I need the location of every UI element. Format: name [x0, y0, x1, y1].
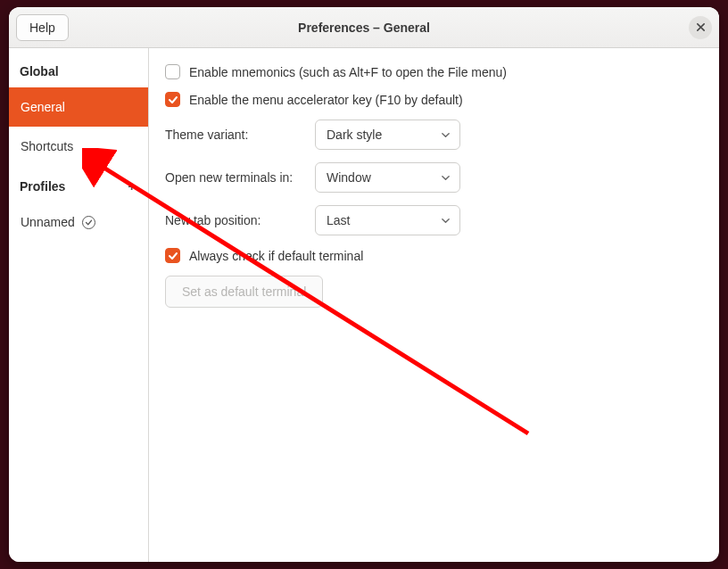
default-profile-icon: [82, 216, 95, 229]
content-pane: Enable mnemonics (such as Alt+F to open …: [149, 48, 719, 562]
mnemonics-checkbox[interactable]: [165, 64, 180, 79]
row-default-check: Always check if default terminal: [165, 248, 703, 263]
sidebar: Global General Shortcuts Profiles + Unna…: [9, 48, 149, 562]
row-accelerator: Enable the menu accelerator key (F10 by …: [165, 92, 703, 107]
sidebar-global-label: Global: [20, 64, 59, 78]
tabpos-value: Last: [327, 213, 350, 227]
check-icon: [168, 95, 178, 105]
chevron-down-icon: [441, 173, 451, 183]
mnemonics-label[interactable]: Enable mnemonics (such as Alt+F to open …: [189, 65, 507, 79]
help-button[interactable]: Help: [16, 14, 69, 41]
sidebar-item-label: Unnamed: [21, 215, 75, 229]
row-tab-position: New tab position: Last: [165, 205, 703, 235]
theme-value: Dark style: [327, 128, 382, 142]
chevron-down-icon: [441, 216, 451, 226]
set-default-terminal-button: Set as default terminal: [165, 276, 323, 308]
row-theme: Theme variant: Dark style: [165, 120, 703, 150]
sidebar-item-profile-unnamed[interactable]: Unnamed: [9, 202, 148, 242]
accelerator-label[interactable]: Enable the menu accelerator key (F10 by …: [189, 93, 463, 107]
tabpos-combo[interactable]: Last: [315, 205, 460, 235]
window-title: Preferences – General: [9, 21, 719, 35]
default-check-label[interactable]: Always check if default terminal: [189, 249, 363, 263]
body: Global General Shortcuts Profiles + Unna…: [9, 48, 719, 562]
sidebar-header-global: Global: [9, 52, 148, 87]
default-check-checkbox[interactable]: [165, 248, 180, 263]
row-open-in: Open new terminals in: Window: [165, 162, 703, 193]
sidebar-item-general[interactable]: General: [9, 87, 148, 127]
row-mnemonics: Enable mnemonics (such as Alt+F to open …: [165, 64, 703, 79]
accelerator-checkbox[interactable]: [165, 92, 180, 107]
tabpos-label: New tab position:: [165, 213, 306, 227]
sidebar-item-shortcuts[interactable]: Shortcuts: [9, 127, 148, 166]
add-profile-icon[interactable]: +: [126, 178, 137, 194]
check-icon: [168, 251, 178, 261]
titlebar: Help Preferences – General: [9, 7, 719, 48]
sidebar-item-label: General: [21, 100, 65, 114]
open-combo[interactable]: Window: [315, 162, 460, 193]
chevron-down-icon: [441, 130, 451, 140]
sidebar-item-label: Shortcuts: [21, 139, 73, 153]
close-button[interactable]: [689, 16, 712, 39]
open-value: Window: [327, 170, 371, 185]
sidebar-header-profiles: Profiles +: [9, 166, 148, 202]
row-default-button: Set as default terminal: [165, 276, 703, 308]
open-label: Open new terminals in:: [165, 170, 306, 185]
sidebar-profiles-label: Profiles: [20, 179, 65, 194]
close-icon: [696, 22, 706, 32]
theme-combo[interactable]: Dark style: [315, 120, 460, 150]
preferences-window: Help Preferences – General Global Genera…: [9, 7, 719, 562]
theme-label: Theme variant:: [165, 128, 306, 142]
